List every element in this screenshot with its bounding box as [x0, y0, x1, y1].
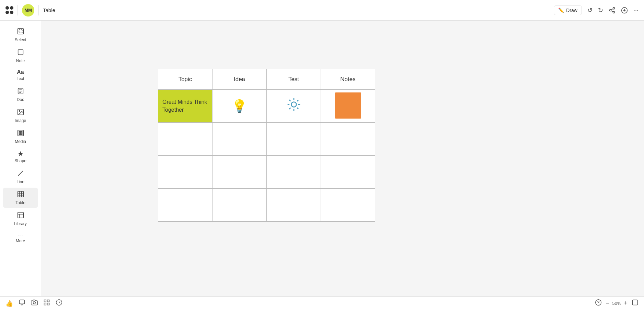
- topic-cell-4[interactable]: [158, 189, 212, 222]
- notes-cell-4[interactable]: [321, 189, 375, 222]
- sidebar-item-image[interactable]: Image: [3, 106, 38, 126]
- table-row: [158, 189, 375, 222]
- topic-cell[interactable]: Great Minds Think Together: [158, 90, 212, 123]
- svg-rect-8: [18, 29, 23, 34]
- svg-rect-9: [19, 30, 22, 33]
- svg-rect-43: [47, 300, 49, 302]
- sidebar-item-shape[interactable]: ★ Shape: [3, 147, 38, 166]
- sidebar-item-doc-label: Doc: [17, 97, 24, 102]
- redo-button[interactable]: ↻: [598, 7, 603, 14]
- bottom-left-actions: 👍: [5, 299, 62, 308]
- svg-rect-17: [18, 130, 23, 136]
- idea-cell-2[interactable]: [212, 123, 267, 156]
- test-cell-3[interactable]: [267, 156, 321, 189]
- svg-line-39: [289, 108, 290, 109]
- idea-cell-3[interactable]: [212, 156, 267, 189]
- comment-icon[interactable]: [19, 299, 25, 308]
- svg-line-37: [297, 108, 298, 109]
- thumbs-up-icon[interactable]: 👍: [5, 300, 13, 307]
- grid-icon[interactable]: [43, 299, 50, 308]
- svg-line-36: [289, 100, 290, 101]
- notes-cell-2[interactable]: [321, 123, 375, 156]
- more-menu-button[interactable]: ···: [633, 7, 639, 14]
- notes-cell-3[interactable]: [321, 156, 375, 189]
- svg-point-16: [19, 110, 20, 111]
- topic-text: Great Minds Think Together: [162, 98, 208, 114]
- logo-dot: [5, 11, 9, 14]
- test-cell-4[interactable]: [267, 189, 321, 222]
- svg-rect-23: [18, 191, 23, 197]
- svg-line-38: [297, 100, 298, 101]
- bottom-right-actions: − 50% +: [595, 299, 639, 308]
- svg-rect-49: [633, 300, 638, 305]
- sidebar-item-doc[interactable]: Doc: [3, 85, 38, 105]
- header: MM Table ✏️ Draw ↺ ↻ ···: [0, 0, 644, 21]
- note-icon: [17, 48, 24, 57]
- publish-button[interactable]: [621, 7, 628, 14]
- sidebar-item-media[interactable]: Media: [3, 126, 38, 147]
- sidebar-item-select[interactable]: Select: [3, 25, 38, 45]
- svg-point-1: [609, 9, 611, 11]
- sidebar-item-library[interactable]: Library: [3, 209, 38, 229]
- sidebar-item-shape-label: Shape: [14, 158, 26, 163]
- app-logo: [5, 6, 13, 14]
- avatar[interactable]: MM: [22, 4, 34, 16]
- camera-icon[interactable]: [31, 299, 38, 308]
- sidebar-item-media-label: Media: [15, 139, 26, 144]
- bottom-bar: 👍 − 50% +: [0, 296, 644, 310]
- logo-dot: [5, 6, 9, 10]
- canvas-area[interactable]: Topic Idea Test Notes Great Minds Think …: [41, 21, 644, 296]
- help-icon[interactable]: [595, 299, 602, 308]
- clock-icon[interactable]: [56, 299, 62, 308]
- topic-cell-3[interactable]: [158, 156, 212, 189]
- library-icon: [17, 211, 24, 220]
- logo-dot: [10, 6, 13, 10]
- svg-rect-28: [18, 212, 23, 218]
- draw-button[interactable]: ✏️ Draw: [554, 5, 582, 15]
- header-actions: ✏️ Draw ↺ ↻ ···: [554, 5, 639, 15]
- idea-cell[interactable]: 💡: [212, 90, 267, 123]
- svg-rect-18: [19, 131, 20, 133]
- sidebar-item-note[interactable]: Note: [3, 46, 38, 66]
- share-button[interactable]: [609, 7, 616, 14]
- sidebar-item-note-label: Note: [16, 58, 25, 63]
- svg-rect-19: [21, 131, 22, 133]
- fit-screen-icon[interactable]: [632, 299, 639, 308]
- zoom-out-button[interactable]: −: [606, 300, 610, 307]
- svg-rect-20: [19, 133, 20, 135]
- notes-cell-1[interactable]: [321, 90, 375, 123]
- undo-button[interactable]: ↺: [587, 7, 593, 14]
- col-header-notes: Notes: [321, 69, 375, 90]
- pencil-icon: ✏️: [558, 8, 564, 13]
- sidebar: Select Note Aa Text Doc Image Media ★ Sh…: [0, 21, 41, 296]
- table-row: [158, 156, 375, 189]
- svg-rect-21: [21, 133, 22, 135]
- page-title: Table: [43, 7, 55, 13]
- draw-label: Draw: [566, 8, 577, 13]
- idea-cell-4[interactable]: [212, 189, 267, 222]
- media-icon: [17, 129, 24, 138]
- test-cell[interactable]: [267, 90, 321, 123]
- select-icon: [17, 27, 24, 36]
- svg-line-4: [611, 9, 613, 10]
- sidebar-item-library-label: Library: [14, 221, 27, 226]
- lightbulb-icon: 💡: [232, 99, 247, 113]
- line-icon: [17, 169, 24, 178]
- sidebar-item-more[interactable]: ··· More: [3, 230, 38, 246]
- logo-dot: [10, 11, 13, 14]
- zoom-in-button[interactable]: +: [624, 300, 628, 307]
- col-header-test: Test: [267, 69, 321, 90]
- sidebar-item-text[interactable]: Aa Text: [3, 67, 38, 84]
- test-cell-2[interactable]: [267, 123, 321, 156]
- topic-cell-2[interactable]: [158, 123, 212, 156]
- sidebar-item-line[interactable]: Line: [3, 167, 38, 187]
- col-header-topic: Topic: [158, 69, 212, 90]
- table-row: Great Minds Think Together 💡: [158, 90, 375, 123]
- sidebar-item-image-label: Image: [15, 118, 26, 123]
- col-header-idea: Idea: [212, 69, 267, 90]
- svg-rect-42: [44, 300, 46, 302]
- sidebar-item-table[interactable]: Table: [3, 188, 38, 208]
- header-divider: [18, 5, 18, 15]
- svg-point-41: [33, 302, 36, 304]
- svg-rect-40: [20, 300, 25, 304]
